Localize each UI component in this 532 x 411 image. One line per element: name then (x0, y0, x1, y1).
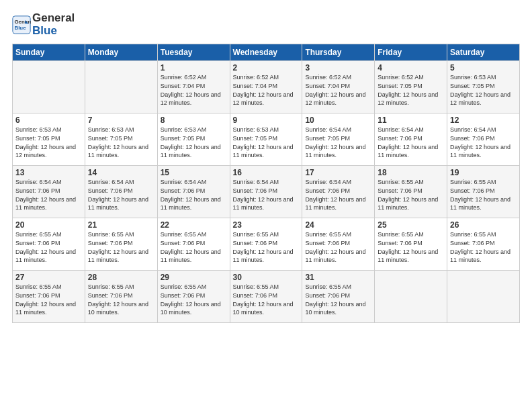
calendar-cell: 9 Sunrise: 6:53 AMSunset: 7:05 PMDayligh… (230, 113, 302, 166)
calendar-cell: 23 Sunrise: 6:55 AMSunset: 7:06 PMDaylig… (230, 218, 302, 271)
calendar-cell (85, 61, 157, 113)
day-info: Sunrise: 6:54 AMSunset: 7:06 PMDaylight:… (378, 126, 444, 159)
calendar-cell: 18 Sunrise: 6:55 AMSunset: 7:06 PMDaylig… (375, 166, 447, 218)
day-info: Sunrise: 6:53 AMSunset: 7:05 PMDaylight:… (450, 73, 517, 107)
day-number: 11 (378, 116, 444, 125)
day-info: Sunrise: 6:55 AMSunset: 7:06 PMDaylight:… (233, 283, 300, 316)
calendar-cell: 24 Sunrise: 6:55 AMSunset: 7:06 PMDaylig… (302, 218, 375, 271)
day-number: 8 (161, 116, 227, 125)
logo-text: GeneralBlue (32, 12, 75, 37)
calendar-cell: 30 Sunrise: 6:55 AMSunset: 7:06 PMDaylig… (230, 271, 302, 323)
day-number: 24 (305, 220, 371, 230)
calendar-cell: 7 Sunrise: 6:53 AMSunset: 7:05 PMDayligh… (85, 113, 157, 166)
logo: General Blue GeneralBlue (12, 12, 75, 37)
day-info: Sunrise: 6:55 AMSunset: 7:06 PMDaylight:… (15, 230, 82, 264)
weekday-header-tuesday: Tuesday (157, 44, 230, 61)
day-number: 6 (15, 116, 82, 125)
calendar-table: SundayMondayTuesdayWednesdayThursdayFrid… (12, 44, 520, 323)
day-number: 13 (15, 168, 82, 177)
calendar-cell: 4 Sunrise: 6:52 AMSunset: 7:05 PMDayligh… (375, 61, 447, 113)
calendar-cell: 12 Sunrise: 6:54 AMSunset: 7:06 PMDaylig… (447, 113, 520, 166)
day-number: 29 (161, 273, 227, 282)
calendar-cell: 25 Sunrise: 6:55 AMSunset: 7:06 PMDaylig… (375, 218, 447, 271)
day-info: Sunrise: 6:52 AMSunset: 7:05 PMDaylight:… (378, 73, 444, 107)
day-number: 4 (378, 63, 444, 73)
calendar-cell: 31 Sunrise: 6:55 AMSunset: 7:06 PMDaylig… (302, 271, 375, 323)
weekday-header-saturday: Saturday (447, 44, 520, 61)
calendar-week-row: 1 Sunrise: 6:52 AMSunset: 7:04 PMDayligh… (13, 61, 520, 113)
day-number: 19 (450, 168, 517, 177)
calendar-cell: 8 Sunrise: 6:53 AMSunset: 7:05 PMDayligh… (157, 113, 230, 166)
day-info: Sunrise: 6:52 AMSunset: 7:04 PMDaylight:… (161, 73, 227, 107)
day-info: Sunrise: 6:54 AMSunset: 7:06 PMDaylight:… (450, 126, 517, 159)
calendar-cell: 28 Sunrise: 6:55 AMSunset: 7:06 PMDaylig… (85, 271, 157, 323)
calendar-cell: 22 Sunrise: 6:55 AMSunset: 7:06 PMDaylig… (157, 218, 230, 271)
day-number: 22 (161, 220, 227, 230)
weekday-header-monday: Monday (85, 44, 157, 61)
day-number: 27 (15, 273, 82, 282)
day-info: Sunrise: 6:55 AMSunset: 7:06 PMDaylight:… (15, 283, 82, 316)
calendar-cell: 6 Sunrise: 6:53 AMSunset: 7:05 PMDayligh… (13, 113, 85, 166)
day-info: Sunrise: 6:55 AMSunset: 7:06 PMDaylight:… (88, 283, 154, 316)
header: General Blue GeneralBlue (12, 12, 520, 37)
day-info: Sunrise: 6:54 AMSunset: 7:06 PMDaylight:… (305, 178, 371, 212)
day-info: Sunrise: 6:53 AMSunset: 7:05 PMDaylight:… (233, 126, 300, 159)
calendar-week-row: 27 Sunrise: 6:55 AMSunset: 7:06 PMDaylig… (13, 271, 520, 323)
calendar-cell: 14 Sunrise: 6:54 AMSunset: 7:06 PMDaylig… (85, 166, 157, 218)
day-info: Sunrise: 6:55 AMSunset: 7:06 PMDaylight:… (378, 178, 444, 212)
calendar-week-row: 13 Sunrise: 6:54 AMSunset: 7:06 PMDaylig… (13, 166, 520, 218)
calendar-cell: 27 Sunrise: 6:55 AMSunset: 7:06 PMDaylig… (13, 271, 85, 323)
day-info: Sunrise: 6:54 AMSunset: 7:06 PMDaylight:… (161, 178, 227, 212)
day-number: 16 (233, 168, 300, 177)
weekday-header-sunday: Sunday (13, 44, 85, 61)
day-info: Sunrise: 6:54 AMSunset: 7:06 PMDaylight:… (233, 178, 300, 212)
calendar-cell: 20 Sunrise: 6:55 AMSunset: 7:06 PMDaylig… (13, 218, 85, 271)
day-info: Sunrise: 6:53 AMSunset: 7:05 PMDaylight:… (15, 126, 82, 159)
calendar-cell: 1 Sunrise: 6:52 AMSunset: 7:04 PMDayligh… (157, 61, 230, 113)
day-info: Sunrise: 6:55 AMSunset: 7:06 PMDaylight:… (88, 230, 154, 264)
calendar-cell: 29 Sunrise: 6:55 AMSunset: 7:06 PMDaylig… (157, 271, 230, 323)
day-number: 20 (15, 220, 82, 230)
calendar-week-row: 20 Sunrise: 6:55 AMSunset: 7:06 PMDaylig… (13, 218, 520, 271)
svg-text:Blue: Blue (15, 25, 27, 31)
calendar-cell (375, 271, 447, 323)
weekday-header-friday: Friday (375, 44, 447, 61)
day-info: Sunrise: 6:52 AMSunset: 7:04 PMDaylight:… (233, 73, 300, 107)
day-number: 18 (378, 168, 444, 177)
day-number: 17 (305, 168, 371, 177)
calendar-cell: 21 Sunrise: 6:55 AMSunset: 7:06 PMDaylig… (85, 218, 157, 271)
day-number: 7 (88, 116, 154, 125)
calendar-cell: 10 Sunrise: 6:54 AMSunset: 7:05 PMDaylig… (302, 113, 375, 166)
calendar-cell: 26 Sunrise: 6:55 AMSunset: 7:06 PMDaylig… (447, 218, 520, 271)
calendar-cell: 3 Sunrise: 6:52 AMSunset: 7:04 PMDayligh… (302, 61, 375, 113)
calendar-cell: 13 Sunrise: 6:54 AMSunset: 7:06 PMDaylig… (13, 166, 85, 218)
day-info: Sunrise: 6:54 AMSunset: 7:06 PMDaylight:… (88, 178, 154, 212)
day-number: 30 (233, 273, 300, 282)
day-number: 5 (450, 63, 517, 73)
day-number: 2 (233, 63, 300, 73)
logo-icon: General Blue (12, 15, 31, 34)
day-number: 10 (305, 116, 371, 125)
day-info: Sunrise: 6:55 AMSunset: 7:06 PMDaylight:… (305, 230, 371, 264)
svg-text:General: General (15, 19, 32, 25)
day-number: 1 (161, 63, 227, 73)
day-number: 14 (88, 168, 154, 177)
calendar-cell: 17 Sunrise: 6:54 AMSunset: 7:06 PMDaylig… (302, 166, 375, 218)
day-info: Sunrise: 6:55 AMSunset: 7:06 PMDaylight:… (450, 230, 517, 264)
day-info: Sunrise: 6:53 AMSunset: 7:05 PMDaylight:… (88, 126, 154, 159)
day-number: 15 (161, 168, 227, 177)
day-number: 31 (305, 273, 371, 282)
calendar-page: General Blue GeneralBlue SundayMondayTue… (0, 0, 532, 411)
calendar-cell: 16 Sunrise: 6:54 AMSunset: 7:06 PMDaylig… (230, 166, 302, 218)
day-info: Sunrise: 6:55 AMSunset: 7:06 PMDaylight:… (233, 230, 300, 264)
day-info: Sunrise: 6:52 AMSunset: 7:04 PMDaylight:… (305, 73, 371, 107)
day-number: 28 (88, 273, 154, 282)
day-number: 9 (233, 116, 300, 125)
calendar-cell: 15 Sunrise: 6:54 AMSunset: 7:06 PMDaylig… (157, 166, 230, 218)
day-number: 26 (450, 220, 517, 230)
calendar-cell: 19 Sunrise: 6:55 AMSunset: 7:06 PMDaylig… (447, 166, 520, 218)
day-number: 12 (450, 116, 517, 125)
day-number: 25 (378, 220, 444, 230)
weekday-header-row: SundayMondayTuesdayWednesdayThursdayFrid… (13, 44, 520, 61)
calendar-cell: 2 Sunrise: 6:52 AMSunset: 7:04 PMDayligh… (230, 61, 302, 113)
